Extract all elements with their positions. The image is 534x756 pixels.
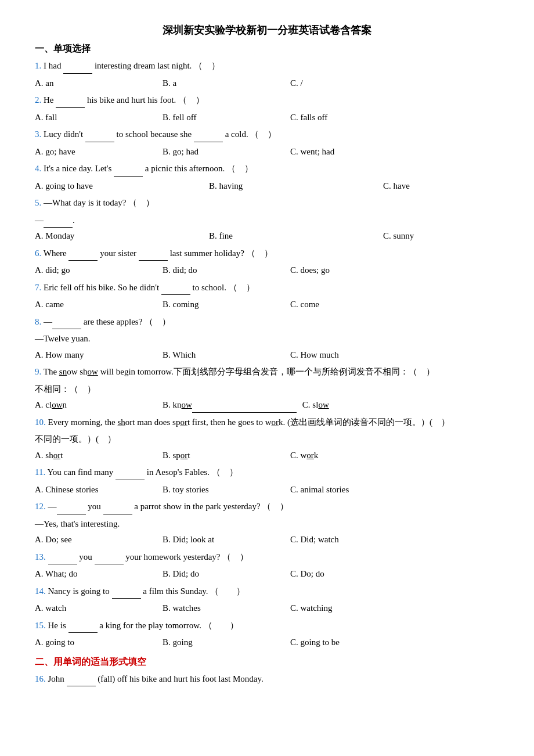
question-13: 13. you your homework yesterday? （ ） [35,550,499,565]
q9-opt-c: C. slow [302,398,430,413]
question-16: 16. John (fall) off his bike and hurt hi… [35,672,499,687]
question-6: 6. Where your sister last summer holiday… [35,246,499,261]
q6-text: Where your sister last summer holiday? （… [44,249,273,258]
q5-text: —What day is it today? （ ） [44,198,154,207]
q16-text: John (fall) off his bike and hurt his fo… [48,674,264,683]
q1-opt-c: C. / [290,76,418,91]
question-5: 5. —What day is it today? （ ） [35,196,499,211]
question-7: 7. Eric fell off his bike. So he didn't … [35,280,499,296]
q14-text: Nancy is going to a film this Sunday. （ … [48,586,246,596]
q7-num: 7. [35,283,41,292]
q5-opt-c: C. sunny [383,229,534,244]
q7-opt-a: A. came [35,297,163,312]
q5-subtext: —. [35,213,499,228]
question-4: 4. It's a nice day. Let's a picnic this … [35,161,499,177]
q8-num: 8. [35,317,41,326]
q9-options: A. clown B. know C. slow [35,398,499,413]
q11-opt-c: C. animal stories [290,483,418,498]
q1-opt-b: B. a [163,76,290,91]
q12-opt-c: C. Did; watch [290,532,418,548]
q8-options: A. How many B. Which C. How much [35,348,499,363]
q8-text: — are these apples? （ ） [44,317,171,326]
q12-subtext: —Yes, that's interesting. [35,517,499,532]
q12-opt-b: B. Did; look at [163,532,290,548]
question-1: 1. I had interesting dream last night. （… [35,59,499,74]
q2-text: He his bike and hurt his foot. （ ） [44,95,204,105]
q2-opt-a: A. fall [35,110,163,125]
question-8: 8. — are these apples? （ ） [35,315,499,330]
q9-opt-a: A. clown [35,398,163,413]
question-11: 11. You can find many in Aesop's Fables.… [35,465,499,480]
q15-num: 15. [35,621,46,630]
q10-opt-b: B. sport [163,448,290,463]
q3-num: 3. [35,129,41,139]
q6-num: 6. [35,249,41,258]
q2-opt-b: B. fell off [163,110,290,125]
q10-subtext: 不同的一项。）( ） [35,432,499,447]
q1-num: 1. [35,61,41,70]
q13-num: 13. [35,552,46,561]
question-12: 12. — you a parrot show in the park yest… [35,499,499,514]
q15-opt-b: B. going [163,635,290,650]
q9-num: 9. [35,367,41,376]
q13-options: A. What; do B. Did; do C. Do; do [35,567,499,582]
q8-subtext: —Twelve yuan. [35,332,499,347]
q15-opt-c: C. going to be [290,635,418,650]
q4-num: 4. [35,164,41,173]
q12-options: A. Do; see B. Did; look at C. Did; watch [35,532,499,548]
q15-text: He is a king for the play tomorrow. （ ） [48,621,239,630]
q14-opt-c: C. watching [290,601,418,616]
question-9: 9. The snow show will begin tomorrow.下面划… [35,365,499,380]
q6-opt-b: B. did; do [163,263,290,278]
q4-opt-c: C. have [383,179,534,194]
q15-opt-a: A. going to [35,635,163,650]
q16-num: 16. [35,674,46,683]
q1-text: I had interesting dream last night. （ ） [44,61,220,70]
section2-header: 二、用单词的适当形式填空 [35,656,499,668]
question-2: 2. He his bike and hurt his foot. （ ） [35,93,499,108]
q7-opt-b: B. coming [163,297,290,312]
q13-opt-a: A. What; do [35,567,163,582]
q13-opt-c: C. Do; do [290,567,418,582]
q9-opt-b: B. know [163,398,302,413]
q8-opt-a: A. How many [35,348,163,363]
q8-opt-b: B. Which [163,348,290,363]
question-14: 14. Nancy is going to a film this Sunday… [35,584,499,599]
q2-options: A. fall B. fell off C. falls off [35,110,499,125]
q10-options: A. short B. sport C. work [35,448,499,463]
q1-opt-a: A. an [35,76,163,91]
q11-num: 11. [35,467,45,477]
q6-opt-c: C. does; go [290,263,418,278]
q15-options: A. going to B. going C. going to be [35,635,499,650]
q12-num: 12. [35,502,46,511]
q5-options: A. Monday B. fine C. sunny D. May 1st [35,229,499,244]
q3-text: Lucy didn't to school because she a cold… [44,129,276,139]
q3-options: A. go; have B. go; had C. went; had [35,145,499,160]
section1-header: 一、单项选择 [35,43,499,55]
q14-options: A. watch B. watches C. watching [35,601,499,616]
q10-text: Every morning, the short man does sport … [48,417,450,427]
q5-num: 5. [35,198,41,207]
q12-text: — you a parrot show in the park yesterda… [48,502,289,511]
q14-opt-a: A. watch [35,601,163,616]
q7-text: Eric fell off his bike. So he didn't to … [44,283,255,292]
q5-opt-a: A. Monday [35,229,209,244]
page-title: 深圳新安实验学校新初一分班英语试卷含答案 [35,23,499,37]
q11-text: You can find many in Aesop's Fables. （ ） [47,467,237,477]
q8-opt-c: C. How much [290,348,418,363]
q12-opt-a: A. Do; see [35,532,163,548]
q4-opt-a: A. going to have [35,179,209,194]
q2-opt-c: C. falls off [290,110,418,125]
q11-opt-b: B. toy stories [163,483,290,498]
question-3: 3. Lucy didn't to school because she a c… [35,127,499,142]
q9-subtext: 不相同：（ ） [35,382,499,397]
q6-opt-a: A. did; go [35,263,163,278]
q3-opt-c: C. went; had [290,145,418,160]
question-15: 15. He is a king for the play tomorrow. … [35,618,499,633]
q11-opt-a: A. Chinese stories [35,483,163,498]
q1-options: A. an B. a C. / [35,76,499,91]
q3-opt-a: A. go; have [35,145,163,160]
q10-opt-c: C. work [290,448,418,463]
q9-text: The snow show will begin tomorrow.下面划线部分… [44,367,435,376]
q7-opt-c: C. come [290,297,418,312]
